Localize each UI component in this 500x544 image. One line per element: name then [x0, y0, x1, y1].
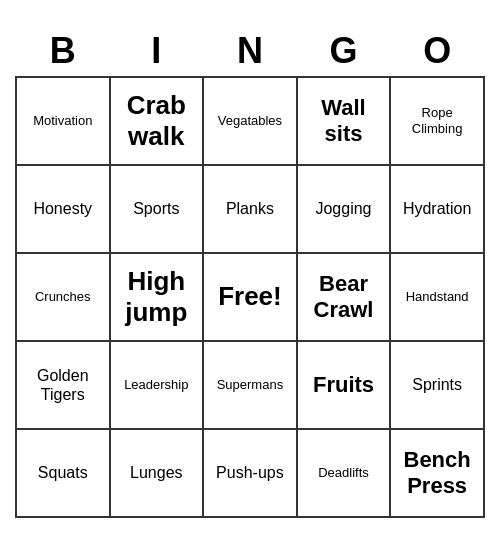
bingo-cell: Hydration [390, 165, 484, 253]
bingo-row: SquatsLungesPush-upsDeadliftsBenchPress [16, 429, 484, 517]
bingo-cell: Deadlifts [297, 429, 391, 517]
bingo-row: HonestySportsPlanksJoggingHydration [16, 165, 484, 253]
bingo-cell: Leadership [110, 341, 204, 429]
bingo-cell: Honesty [16, 165, 110, 253]
header-letter: I [110, 26, 204, 77]
bingo-cell: BenchPress [390, 429, 484, 517]
bingo-cell: Vegatables [203, 77, 297, 165]
bingo-row: Golden TigersLeadershipSupermansFruitsSp… [16, 341, 484, 429]
bingo-cell: Planks [203, 165, 297, 253]
bingo-card: BINGO MotivationCrabwalkVegatablesWallsi… [15, 26, 485, 518]
header-letter: G [297, 26, 391, 77]
bingo-cell: Sports [110, 165, 204, 253]
bingo-cell: Handstand [390, 253, 484, 341]
bingo-cell: BearCrawl [297, 253, 391, 341]
bingo-cell: Wallsits [297, 77, 391, 165]
bingo-cell: Squats [16, 429, 110, 517]
bingo-cell: Jogging [297, 165, 391, 253]
bingo-cell: Fruits [297, 341, 391, 429]
header-letter: B [16, 26, 110, 77]
header-letter: O [390, 26, 484, 77]
bingo-row: CrunchesHighjumpFree!BearCrawlHandstand [16, 253, 484, 341]
bingo-row: MotivationCrabwalkVegatablesWallsitsRope… [16, 77, 484, 165]
header-row: BINGO [16, 26, 484, 77]
bingo-cell: Rope Climbing [390, 77, 484, 165]
bingo-cell: Lunges [110, 429, 204, 517]
bingo-cell: Sprints [390, 341, 484, 429]
bingo-cell: Golden Tigers [16, 341, 110, 429]
bingo-cell: Crunches [16, 253, 110, 341]
header-letter: N [203, 26, 297, 77]
bingo-cell: Free! [203, 253, 297, 341]
bingo-cell: Push-ups [203, 429, 297, 517]
bingo-cell: Supermans [203, 341, 297, 429]
bingo-cell: Motivation [16, 77, 110, 165]
bingo-cell: Highjump [110, 253, 204, 341]
bingo-cell: Crabwalk [110, 77, 204, 165]
